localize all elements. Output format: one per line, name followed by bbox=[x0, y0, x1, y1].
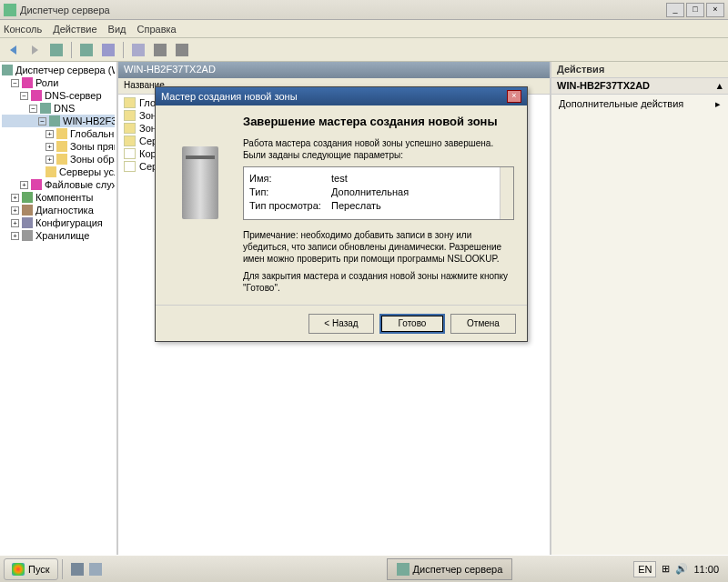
tool-icon bbox=[132, 44, 145, 56]
start-button[interactable]: Пуск bbox=[4, 558, 58, 580]
tree-global[interactable]: +Глобальные ж... bbox=[2, 127, 115, 140]
dialog-titlebar[interactable]: Мастер создания новой зоны × bbox=[156, 87, 527, 105]
collapse-icon[interactable]: − bbox=[38, 117, 46, 125]
quick-launch[interactable] bbox=[86, 560, 105, 578]
taskbar-task[interactable]: Диспетчер сервера bbox=[387, 558, 513, 580]
expand-icon[interactable]: + bbox=[46, 130, 54, 138]
dialog-heading: Завершение мастера создания новой зоны bbox=[243, 115, 514, 128]
diag-icon bbox=[22, 205, 33, 216]
config-icon bbox=[22, 217, 33, 228]
folder-icon bbox=[124, 135, 136, 146]
tree-diag[interactable]: +Диагностика bbox=[2, 204, 115, 216]
storage-icon bbox=[22, 230, 33, 241]
collapse-icon[interactable]: − bbox=[11, 79, 19, 87]
folder-icon bbox=[46, 166, 56, 177]
language-indicator[interactable]: EN bbox=[633, 561, 656, 577]
chevron-up-icon[interactable]: ▴ bbox=[717, 80, 723, 92]
minimize-button[interactable]: _ bbox=[666, 3, 684, 17]
clock[interactable]: 11:00 bbox=[693, 564, 719, 575]
page-icon bbox=[124, 161, 136, 172]
summary-table: Имя:test Тип:Дополнительная Тип просмотр… bbox=[243, 166, 514, 220]
tree-dns[interactable]: −DNS bbox=[2, 102, 115, 115]
summary-row: Тип:Дополнительная bbox=[249, 186, 508, 197]
tree-zone-fwd[interactable]: +Зоны прямого... bbox=[2, 140, 115, 153]
tree-pane[interactable]: Диспетчер сервера (WIN-HB2F... −Роли −DN… bbox=[0, 62, 118, 555]
summary-row: Тип просмотра:Переслать bbox=[249, 200, 508, 211]
tool-6[interactable] bbox=[173, 41, 191, 59]
cancel-button[interactable]: Отмена bbox=[450, 314, 516, 334]
expand-icon[interactable]: + bbox=[11, 219, 19, 227]
tree-cond[interactable]: Серверы усло... bbox=[2, 166, 115, 178]
expand-icon[interactable]: + bbox=[11, 232, 19, 240]
actions-pane: Действия WIN-HB2F37TX2AD▴ Дополнительные… bbox=[550, 62, 728, 555]
wizard-image bbox=[168, 115, 232, 251]
dialog-title: Мастер создания новой зоны bbox=[161, 91, 298, 102]
tool-5[interactable] bbox=[151, 41, 169, 59]
expand-icon[interactable]: + bbox=[11, 206, 19, 215]
expand-icon[interactable]: + bbox=[46, 156, 54, 164]
actions-header: Действия bbox=[551, 62, 728, 78]
ql-icon bbox=[89, 563, 102, 576]
back-button[interactable]: < Назад bbox=[308, 314, 374, 334]
folder-icon bbox=[56, 154, 67, 165]
tray-icon[interactable]: ⊞ bbox=[662, 563, 670, 575]
actions-more[interactable]: Дополнительные действия▸ bbox=[551, 95, 728, 114]
taskbar: Пуск Диспетчер сервера EN ⊞ 🔊 11:00 bbox=[0, 555, 728, 582]
expand-icon[interactable]: + bbox=[20, 181, 28, 189]
center-header: WIN-HB2F37TX2AD bbox=[118, 62, 550, 78]
titlebar: Диспетчер сервера _ □ × bbox=[0, 0, 728, 20]
tree-zone-rev[interactable]: +Зоны обратн... bbox=[2, 153, 115, 166]
tree-components[interactable]: +Компоненты bbox=[2, 191, 115, 204]
chevron-right-icon: ▸ bbox=[715, 98, 721, 110]
tool-4[interactable] bbox=[129, 41, 147, 59]
tree-file-svc[interactable]: +Файловые службы bbox=[2, 178, 115, 191]
tree-host[interactable]: −WIN-HB2F37TX2AD bbox=[2, 115, 115, 127]
close-button[interactable]: × bbox=[706, 3, 724, 17]
menu-help[interactable]: Справка bbox=[137, 24, 177, 35]
host-icon bbox=[49, 115, 60, 126]
folder-icon bbox=[124, 97, 136, 108]
collapse-icon[interactable]: − bbox=[20, 92, 28, 100]
quick-launch[interactable] bbox=[68, 560, 86, 578]
menu-action[interactable]: Действие bbox=[53, 24, 96, 35]
summary-scrollbar[interactable] bbox=[500, 167, 513, 219]
tree-dns-server[interactable]: −DNS-сервер bbox=[2, 89, 115, 102]
back-button[interactable] bbox=[4, 41, 22, 59]
dialog-buttons: < Назад Готово Отмена bbox=[156, 305, 527, 341]
app-icon bbox=[397, 563, 410, 576]
expand-icon[interactable]: + bbox=[11, 194, 19, 202]
tool-1[interactable] bbox=[47, 41, 66, 59]
ql-icon bbox=[71, 563, 84, 576]
tree-root[interactable]: Диспетчер сервера (WIN-HB2F... bbox=[2, 64, 115, 76]
actions-subheader: WIN-HB2F37TX2AD▴ bbox=[551, 78, 728, 95]
role-icon bbox=[31, 179, 42, 190]
expand-icon[interactable]: + bbox=[46, 143, 54, 151]
tool-3[interactable] bbox=[99, 41, 117, 59]
toolbar bbox=[0, 38, 728, 62]
tool-icon bbox=[50, 44, 63, 56]
maximize-button[interactable]: □ bbox=[686, 3, 704, 17]
tool-icon bbox=[80, 44, 93, 56]
folder-icon bbox=[56, 141, 67, 152]
tree-roles[interactable]: −Роли bbox=[2, 76, 115, 89]
tray-icon[interactable]: 🔊 bbox=[675, 563, 688, 575]
arrow-right-icon bbox=[32, 45, 38, 55]
dialog-note: Примечание: необходимо добавить записи в… bbox=[243, 229, 514, 265]
page-icon bbox=[124, 148, 136, 159]
menu-console[interactable]: Консоль bbox=[4, 24, 42, 35]
dialog-close-button[interactable]: × bbox=[507, 90, 521, 103]
tree-storage[interactable]: +Хранилище bbox=[2, 229, 115, 242]
server-icon bbox=[2, 65, 13, 75]
forward-button[interactable] bbox=[25, 41, 44, 59]
tool-2[interactable] bbox=[77, 41, 96, 59]
tool-icon bbox=[154, 44, 167, 56]
folder-icon bbox=[124, 123, 136, 134]
server-icon bbox=[182, 146, 218, 219]
finish-button[interactable]: Готово bbox=[379, 314, 445, 334]
folder-icon bbox=[124, 110, 136, 121]
menu-view[interactable]: Вид bbox=[108, 24, 126, 35]
window-title: Диспетчер сервера bbox=[20, 5, 666, 15]
tree-config[interactable]: +Конфигурация bbox=[2, 216, 115, 229]
arrow-left-icon bbox=[10, 45, 16, 55]
collapse-icon[interactable]: − bbox=[29, 105, 37, 113]
